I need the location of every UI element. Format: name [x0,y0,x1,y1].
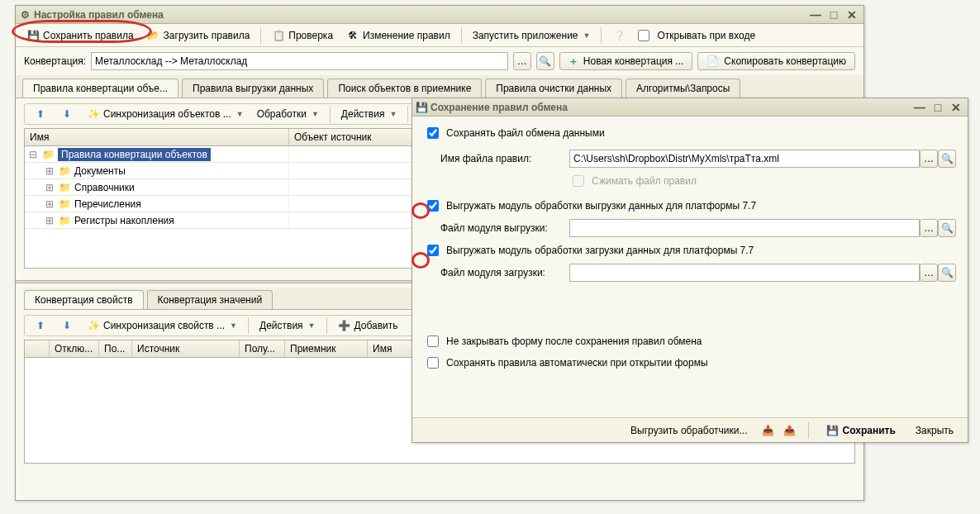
auto-save-input[interactable] [427,357,439,369]
sync-icon: ✨ [87,107,100,121]
compress-checkbox[interactable]: Сжимать файл правил [569,173,697,189]
processing-button[interactable]: Обработки ▼ [251,105,325,123]
copy-conversion-label: Скопировать конвертацию [724,55,846,67]
modify-rules-button[interactable]: 🛠 Изменение правил [340,26,456,45]
props-col[interactable]: Источник [132,340,240,357]
chevron-down-icon: ▼ [230,321,237,330]
main-title: Настройка правил обмена [34,9,164,21]
collapse-icon[interactable]: ⊟ [28,149,38,160]
handler-icon[interactable]: 📤 [783,424,797,437]
tab-object-rules[interactable]: Правила конвертации объе... [22,79,178,98]
rules-filename-search[interactable]: 🔍 [938,150,956,168]
props-col[interactable]: Полу... [240,340,285,357]
download-module-search[interactable]: 🔍 [938,264,956,282]
close-dialog-button[interactable]: Закрыть [910,421,959,440]
tab-algorithms[interactable]: Алгоритмы\Запросы [626,79,740,98]
rules-filename-browse[interactable]: … [920,150,938,168]
save-exchange-file-input[interactable] [427,127,439,139]
minimize-button[interactable]: ― [807,8,824,21]
check-button[interactable]: 📋 Проверка [266,26,339,45]
expand-icon[interactable]: ⊞ [45,198,55,210]
export-download-module-label: Выгружать модуль обработки загрузки данн… [446,245,754,256]
search-icon: 🔍 [941,222,954,234]
copy-icon: 📄 [706,55,719,67]
actions-label: Действия [259,320,303,331]
props-col[interactable]: По... [99,340,132,357]
help-button[interactable]: ❔ [607,26,631,45]
nav-down-button[interactable]: ⬇ [55,316,79,335]
close-button[interactable]: ✕ [948,101,964,114]
close-button[interactable]: ✕ [844,8,860,21]
save-exchange-file-checkbox[interactable]: Сохранять файл обмена данными [424,125,605,141]
tab-export-rules[interactable]: Правила выгрузки данных [182,79,324,98]
rules-filename-field[interactable]: C:\Users\sh\Dropbox\Distr\MyXmls\траТта.… [569,150,920,168]
expand-icon[interactable]: ⊞ [45,165,55,177]
tree-col-name[interactable]: Имя [25,129,289,145]
folder-open-icon: 📂 [147,29,160,42]
load-rules-button[interactable]: 📂 Загрузить правила [141,26,256,45]
save-icon: 💾 [26,29,40,42]
download-module-browse[interactable]: … [920,264,938,282]
folder-icon: 📁 [58,214,71,227]
open-on-start-input[interactable] [638,30,649,41]
tab-cleanup-rules[interactable]: Правила очистки данных [485,79,622,98]
tab-value-conversion[interactable]: Конвертация значений [147,290,274,309]
export-download-module-checkbox[interactable]: Выгружать модуль обработки загрузки данн… [424,242,754,259]
sync-objects-button[interactable]: ✨ Синхронизация объектов ... ▼ [81,105,250,123]
plus-icon: ＋ [568,55,578,69]
export-upload-module-input[interactable] [427,200,439,212]
conversion-field[interactable]: Металлосклад --> Металлосклад [91,52,508,70]
save-rules-label: Сохранить правила [43,30,134,41]
search-icon: 🔍 [539,55,551,67]
handler-icon[interactable]: 📥 [762,424,775,437]
actions-button[interactable]: Действия ▼ [335,105,403,123]
maximize-button[interactable]: □ [825,8,842,21]
nav-down-button[interactable]: ⬇ [55,105,79,123]
download-module-label: Файл модуля загрузки: [424,267,569,278]
upload-module-field[interactable] [569,219,920,237]
props-col[interactable]: Отклю... [50,340,99,357]
actions-button[interactable]: Действия ▼ [254,316,321,335]
minimize-button[interactable]: ― [911,101,928,114]
run-label: Запустить приложение [473,30,578,41]
separator [248,317,249,334]
tools-icon: 🛠 [346,29,359,42]
props-col[interactable] [25,340,50,357]
expand-icon[interactable]: ⊞ [45,215,55,226]
save-exchange-file-label: Сохранять файл обмена данными [446,127,605,139]
sync-props-button[interactable]: ✨ Синхронизация свойств ... ▼ [81,316,243,335]
open-on-start-label: Открывать при входе [657,30,755,41]
expand-icon[interactable]: ⊞ [45,182,55,193]
copy-conversion-button[interactable]: 📄 Скопировать конвертацию [697,52,855,70]
tree-row-label: Справочники [74,182,135,193]
processing-label: Обработки [257,108,307,120]
conversion-search-button[interactable]: 🔍 [536,52,554,70]
conversion-select-button[interactable]: … [513,52,531,70]
rules-filename-value: C:\Users\sh\Dropbox\Distr\MyXmls\траТта.… [573,153,779,164]
upload-module-browse[interactable]: … [920,219,938,237]
nav-up-button[interactable]: ⬆ [28,316,53,335]
export-upload-module-checkbox[interactable]: Выгружать модуль обработки выгрузки данн… [424,198,756,214]
save-rules-button[interactable]: 💾 Сохранить правила [21,26,140,45]
auto-save-checkbox[interactable]: Сохранять правила автоматически при откр… [424,355,956,371]
open-on-start-checkbox[interactable]: Открывать при входе [635,27,755,44]
tab-receiver-search[interactable]: Поиск объектов в приемнике [327,79,482,98]
dont-close-input[interactable] [427,336,439,347]
download-module-field[interactable] [569,264,920,282]
tab-property-conversion[interactable]: Конвертация свойств [24,290,144,309]
props-col[interactable]: Приемник [285,340,368,357]
nav-up-button[interactable]: ⬆ [28,105,53,123]
new-conversion-button[interactable]: ＋ Новая конвертация ... [559,52,693,70]
add-prop-button[interactable]: ➕ Добавить [332,316,404,335]
export-download-module-input[interactable] [427,245,439,256]
run-app-button[interactable]: Запустить приложение ▼ [467,26,597,45]
rules-filename-label: Имя файла правил: [424,153,569,164]
add-prop-label: Добавить [354,320,398,331]
upload-module-search[interactable]: 🔍 [938,219,956,237]
dont-close-checkbox[interactable]: Не закрывать форму после сохранения прав… [424,333,956,350]
main-toolbar: 💾 Сохранить правила 📂 Загрузить правила … [16,24,863,47]
export-handlers-button[interactable]: Выгрузить обработчики... [625,421,753,440]
folder-icon: 📁 [58,164,71,178]
save-button[interactable]: 💾 Сохранить [821,421,902,440]
maximize-button[interactable]: □ [930,101,946,114]
